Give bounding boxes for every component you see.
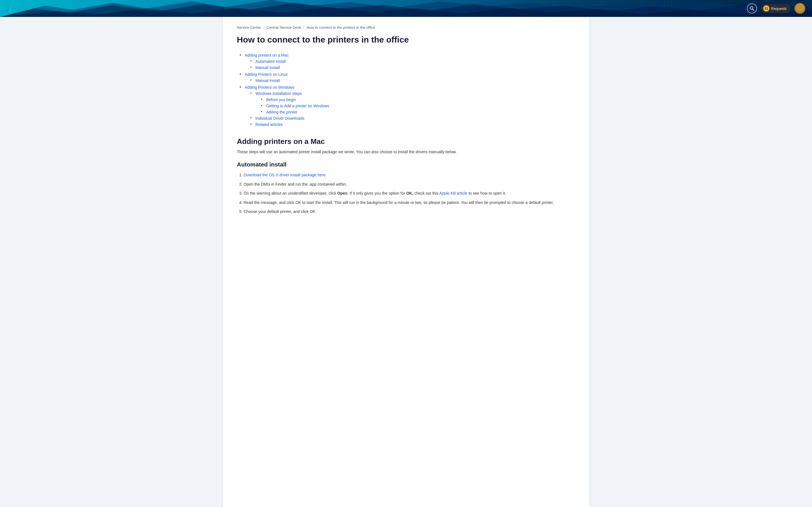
search-icon <box>750 6 754 11</box>
open-bold: Open <box>337 191 347 195</box>
toc-link-automated-install[interactable]: Automated install <box>255 59 286 64</box>
main-wrapper: Service Center / Central Service Desk / … <box>0 17 812 507</box>
toc-link-linux[interactable]: Adding Printers on Linux <box>245 72 288 76</box>
requests-label: Requests <box>771 6 786 11</box>
page-title: How to connect to the printers in the of… <box>237 35 575 45</box>
toc-link-manual-install-linux[interactable]: Manual Install <box>255 78 280 83</box>
breadcrumb-central-service-desk: Central Service Desk <box>267 25 301 30</box>
toc-link-windows[interactable]: Adding Printers on Windows <box>245 85 294 90</box>
automated-install-steps: Download the OS X driver install package… <box>237 172 575 215</box>
section-mac-heading: Adding printers on a Mac <box>237 137 575 146</box>
logo[interactable] <box>4 3 15 14</box>
step-4: Read the message, and click OK to start … <box>244 200 575 206</box>
section-mac: Adding printers on a Mac These steps wil… <box>237 137 575 215</box>
breadcrumb-sep-2: / <box>303 25 305 30</box>
breadcrumb-service-center: Service Center <box>237 25 261 30</box>
avatar-image <box>795 3 805 14</box>
toc-link-windows-steps[interactable]: Windows installation steps <box>255 91 302 96</box>
breadcrumb: Service Center / Central Service Desk / … <box>237 25 575 30</box>
toc-link-individual-driver-downloads[interactable]: Individual Driver Downloads <box>255 116 305 121</box>
toc-link-related-articles[interactable]: Related articles <box>255 122 283 127</box>
step-5: Choose your default printer, and click O… <box>244 209 575 215</box>
toc-link-adding-the-printer[interactable]: Adding the printer <box>266 110 297 114</box>
requests-count: 11 <box>763 5 769 11</box>
apple-kb-link[interactable]: Apple KB article <box>439 191 467 195</box>
mountain-background <box>0 0 812 17</box>
top-bar: 11 Requests <box>0 0 812 17</box>
breadcrumb-sep-1: / <box>263 25 264 30</box>
breadcrumb-current-page: How to connect to the printers in the of… <box>306 25 375 30</box>
ok-bold: OK, <box>406 191 413 195</box>
top-bar-actions: 11 Requests <box>747 3 805 14</box>
avatar[interactable] <box>795 3 805 14</box>
section-mac-description: These steps will use an automated printe… <box>237 149 575 155</box>
step-1: Download the OS X driver install package… <box>244 172 575 178</box>
section-automated-install: Automated install Download the OS X driv… <box>237 161 575 215</box>
toc-link-mac[interactable]: Adding printers on a Mac <box>245 53 289 57</box>
section-automated-install-heading: Automated install <box>237 161 575 168</box>
osx-driver-download-link[interactable]: Download the OS X driver install package… <box>244 173 326 177</box>
step-3: On the warning about an unidentified dev… <box>244 190 575 196</box>
table-of-contents: Adding printers on a Mac Automated insta… <box>237 53 575 127</box>
svg-line-7 <box>753 9 754 11</box>
content-card: Service Center / Central Service Desk / … <box>223 17 589 507</box>
requests-button[interactable]: 11 Requests <box>761 4 791 13</box>
toc-link-before-you-begin[interactable]: Before you begin <box>266 98 296 102</box>
toc-link-manual-install-mac[interactable]: Manual Install <box>255 65 280 70</box>
toc-link-getting-to-add-printer[interactable]: Getting to Add a printer on Windows <box>266 104 329 108</box>
step-2: Open the DMG in Finder and run the .app … <box>244 181 575 187</box>
search-button[interactable] <box>747 3 757 13</box>
